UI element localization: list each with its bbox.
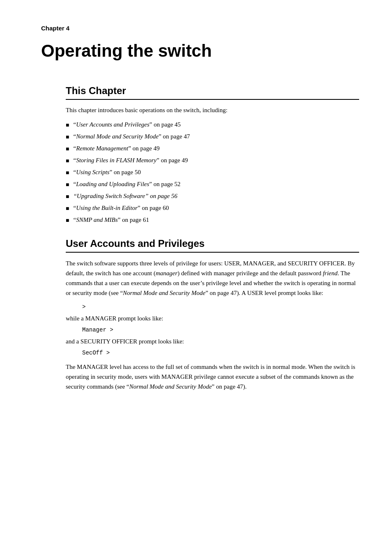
user-accounts-section: User Accounts and Privileges The switch …: [66, 238, 359, 391]
list-item: ■ “User Accounts and Privileges” on page…: [66, 120, 359, 129]
bullet-icon: ■: [66, 180, 69, 189]
list-item: ■ “Upgrading Switch Software” on page 56: [66, 191, 359, 201]
bullet-icon: ■: [66, 204, 69, 213]
page: Chapter 4 Operating the switch This Chap…: [0, 0, 392, 555]
chapter-label: Chapter 4: [41, 25, 359, 32]
secoff-prompt: SecOff >: [82, 350, 359, 356]
list-item: ■ “SNMP and MIBs” on page 61: [66, 215, 359, 225]
list-item: ■ “Storing Files in FLASH Memory” on pag…: [66, 156, 359, 165]
this-chapter-heading: This Chapter: [66, 85, 359, 100]
this-chapter-intro: This chapter introduces basic operations…: [66, 106, 359, 115]
list-item: ■ “Remote Management” on page 49: [66, 144, 359, 153]
bullet-icon: ■: [66, 168, 69, 177]
bullet-icon: ■: [66, 157, 69, 165]
bullet-icon: ■: [66, 192, 69, 201]
user-accounts-para1: The switch software supports three level…: [66, 258, 359, 298]
manager-prompt: Manager >: [82, 327, 359, 333]
bullet-icon: ■: [66, 133, 69, 141]
bullet-icon: ■: [66, 121, 69, 129]
list-item: ■ “Using Scripts” on page 50: [66, 168, 359, 177]
list-item: ■ “Normal Mode and Security Mode” on pag…: [66, 132, 359, 141]
list-item: ■ “Using the Built-in Editor” on page 60: [66, 203, 359, 213]
user-accounts-para2: The MANAGER level has access to the full…: [66, 362, 359, 391]
and-security-text: and a SECURITY OFFICER prompt looks like…: [66, 336, 359, 346]
user-accounts-heading: User Accounts and Privileges: [66, 238, 359, 253]
user-prompt: >: [82, 304, 359, 310]
toc-list: ■ “User Accounts and Privileges” on page…: [66, 120, 359, 225]
bullet-icon: ■: [66, 216, 69, 225]
page-title: Operating the switch: [41, 41, 359, 60]
while-manager-text: while a MANAGER prompt looks like:: [66, 313, 359, 323]
list-item: ■ “Loading and Uploading Files” on page …: [66, 180, 359, 189]
this-chapter-section: This Chapter This chapter introduces bas…: [66, 85, 359, 225]
bullet-icon: ■: [66, 145, 69, 153]
